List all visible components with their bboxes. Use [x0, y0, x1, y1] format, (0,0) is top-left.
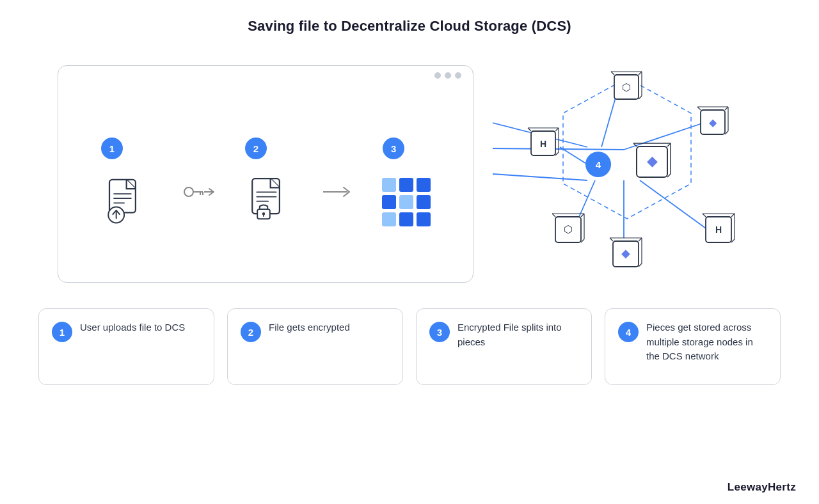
svg-line-75	[731, 214, 735, 217]
network-svg: 4 ⬡ ◆	[493, 52, 761, 295]
svg-line-39	[697, 107, 701, 110]
diagram-area: 1	[0, 46, 819, 302]
step-1-icon	[96, 171, 154, 228]
piece-8	[399, 212, 413, 226]
svg-line-32	[611, 72, 614, 75]
upload-file-icon	[99, 174, 150, 225]
svg-line-67	[610, 238, 613, 241]
browser-dot-1	[434, 72, 441, 79]
piece-4	[382, 195, 396, 209]
svg-text:◆: ◆	[647, 153, 658, 169]
browser-dot-3	[455, 72, 461, 79]
key-arrow-icon	[177, 179, 216, 205]
svg-line-27	[640, 180, 710, 232]
piece-7	[382, 212, 396, 226]
svg-line-40	[725, 107, 728, 110]
card-2-number: 2	[241, 322, 261, 342]
card-4-text: Pieces get stored across multiple storag…	[646, 320, 767, 364]
bottom-cards: 1 User uploads file to DCS 2 File gets e…	[0, 308, 819, 385]
svg-line-74	[703, 214, 706, 217]
card-1: 1 User uploads file to DCS	[38, 308, 214, 385]
step-2-circle: 2	[245, 138, 267, 159]
card-2-text: File gets encrypted	[269, 320, 350, 335]
step-1-circle: 1	[101, 138, 123, 159]
piece-6	[417, 195, 431, 209]
svg-line-46	[528, 128, 531, 131]
piece-3	[417, 178, 431, 192]
page-title: Saving file to Decentralize Cloud Storag…	[0, 18, 819, 35]
step-1-block: 1	[96, 138, 154, 228]
browser-window: 1	[58, 65, 473, 283]
svg-text:◆: ◆	[621, 247, 630, 260]
browser-dot-2	[445, 72, 451, 79]
arrow-icon	[322, 182, 354, 201]
svg-text:⬡: ⬡	[622, 82, 631, 93]
svg-point-6	[184, 187, 193, 196]
svg-line-68	[639, 238, 642, 241]
svg-point-16	[262, 212, 265, 215]
piece-9	[417, 212, 431, 226]
svg-text:⬡: ⬡	[564, 224, 573, 235]
step-3-block: 3	[378, 138, 435, 228]
browser-content: 1	[58, 85, 473, 274]
svg-line-23	[601, 91, 617, 147]
step-2-block: 2	[240, 138, 298, 228]
card-1-number: 1	[52, 322, 72, 342]
svg-text:◆: ◆	[709, 117, 717, 128]
brand-logo: LeewayHertz	[728, 481, 796, 494]
card-1-text: User uploads file to DCS	[80, 320, 185, 335]
card-3-number: 3	[429, 322, 450, 342]
pieces-grid	[382, 178, 431, 226]
step-2-icon	[240, 171, 298, 228]
arrow-1	[177, 179, 216, 205]
card-4: 4 Pieces get stored across multiple stor…	[605, 308, 781, 385]
card-3-text: Encrypted File splits into pieces	[457, 320, 578, 349]
piece-5	[399, 195, 413, 209]
svg-line-61	[581, 214, 584, 217]
encrypted-file-icon	[243, 174, 294, 225]
svg-text:4: 4	[596, 159, 601, 170]
browser-titlebar	[58, 66, 473, 85]
svg-line-33	[639, 72, 642, 75]
card-4-number: 4	[618, 322, 639, 342]
step-3-circle: 3	[383, 138, 404, 159]
step-3-icon	[378, 171, 435, 228]
svg-text:H: H	[540, 139, 546, 149]
svg-line-60	[552, 214, 555, 217]
card-3: 3 Encrypted File splits into pieces	[416, 308, 592, 385]
svg-line-47	[555, 128, 559, 131]
svg-line-22	[493, 174, 587, 180]
piece-1	[382, 178, 396, 192]
piece-2	[399, 178, 413, 192]
browser-dots	[434, 72, 461, 79]
arrow-2	[322, 182, 354, 201]
card-2: 2 File gets encrypted	[227, 308, 403, 385]
network-diagram: 4 ⬡ ◆	[493, 52, 761, 295]
svg-text:H: H	[715, 224, 722, 235]
